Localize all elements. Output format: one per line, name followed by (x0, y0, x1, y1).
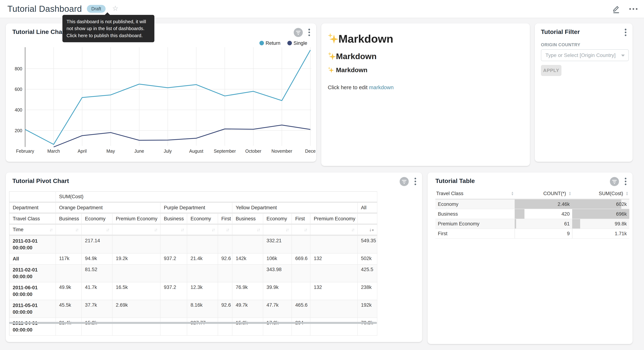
chart-menu-icon[interactable] (414, 177, 417, 186)
pivot-group-label: Orange Department (56, 202, 160, 213)
pivot-cell (218, 264, 232, 282)
svg-text:November: November (272, 148, 292, 154)
pivot-cell (160, 300, 187, 318)
cross-filter-icon[interactable] (610, 177, 619, 186)
sum-cell: 99.8k (572, 219, 629, 229)
filter-menu-icon[interactable] (624, 28, 627, 37)
table-card: Tutorial Table Travel Class▲▼ COUNT(*)▲▼… (428, 172, 632, 344)
filter-card: Tutorial Filter ORIGIN COUNTRY Type or S… (535, 24, 632, 162)
svg-text:600: 600 (15, 87, 22, 92)
edit-dashboard-button[interactable] (612, 4, 620, 14)
horizontal-scrollbar[interactable] (9, 322, 377, 324)
draft-status-badge[interactable]: Draft (87, 5, 106, 13)
pivot-col-sort[interactable]: ↓↑ (56, 224, 82, 235)
sparkles-icon (328, 66, 334, 74)
column-header-count[interactable]: COUNT(*)▲▼ (515, 189, 572, 199)
apply-button[interactable]: APPLY (541, 65, 562, 76)
pivot-col-sort[interactable]: ↓↑ (292, 224, 310, 235)
pivot-sort-row: Time↓↑↓↑↓↑↓↑↓↑↓↑↓↑↓↑↓↑↓↑↓↑↓≡ (9, 224, 377, 235)
pivot-cell: 15.9k (232, 318, 263, 336)
svg-text:May: May (106, 148, 115, 154)
edit-markdown-link[interactable]: markdown (369, 84, 394, 90)
pivot-data-row: 2011-02-01 00:00:0081.52343.98425.5 (9, 264, 377, 282)
pivot-col-sort[interactable]: ↓↑ (218, 224, 232, 235)
pivot-col-sort[interactable]: ↓↑ (187, 224, 218, 235)
pivot-class-label: Premium Economy (310, 213, 357, 224)
pivot-data-row: 2011-05-01 00:00:0045.5k37.7k2.69k8.16k9… (9, 300, 377, 318)
single-series-line (54, 125, 310, 147)
favorite-star-icon[interactable]: ☆ (112, 5, 118, 12)
svg-text:August: August (189, 148, 203, 154)
count-cell: 9 (515, 229, 572, 238)
page-title: Tutorial Dashboard (8, 4, 82, 14)
up-down-carets-icon: ▲▼ (626, 191, 628, 196)
pivot-cell: 217.14 (82, 235, 112, 253)
pivot-cell: 142k (232, 253, 263, 264)
sparkles-icon (328, 52, 336, 61)
sort-icon: ↓↑ (181, 227, 184, 232)
pivot-cell: 92.6 (218, 300, 232, 318)
pivot-cell: 937.2 (160, 282, 187, 300)
pivot-class-label: First (218, 213, 232, 224)
more-actions-button[interactable] (629, 8, 638, 10)
sum-cell: 696k (572, 209, 629, 219)
pivot-row-label: All (9, 253, 56, 264)
pivot-cell: 132 (310, 253, 357, 264)
pivot-col-sort[interactable]: ↓↑ (112, 224, 160, 235)
chart-menu-icon[interactable] (624, 177, 627, 186)
table-title: Tutorial Table (436, 177, 475, 184)
svg-text:Dece: Dece (305, 148, 316, 154)
pivot-cell: 16.5k (112, 282, 160, 300)
pivot-cell: 70.9k (358, 318, 377, 336)
pivot-metric-label: SUM(Cost) (56, 192, 377, 202)
pivot-cell (187, 264, 218, 282)
sort-icon: ↓↑ (226, 227, 229, 232)
pivot-cell (292, 282, 310, 300)
filter-title: Tutorial Filter (541, 28, 580, 35)
pivot-row-label: 2011-03-01 00:00:00 (9, 235, 56, 253)
line-chart-card: Tutorial Line Chart ReturnSingle 2004006… (6, 24, 316, 162)
pivot-col-sort[interactable]: ↓↑ (160, 224, 187, 235)
count-cell: 420 (515, 209, 572, 219)
pivot-cell: 19.2k (112, 253, 160, 264)
travel-class-cell: Economy (436, 199, 515, 209)
svg-text:June: June (134, 148, 144, 154)
pencil-icon (612, 4, 620, 14)
cross-filter-icon[interactable] (400, 177, 409, 186)
pivot-col-sort[interactable]: ↓↑ (263, 224, 292, 235)
markdown-h3: Markdown (328, 66, 523, 74)
pivot-cell: 37.7k (82, 300, 112, 318)
sum-cell: 602k (572, 199, 629, 209)
pivot-cell: 2.69k (112, 300, 160, 318)
pivot-cell: 425.5 (358, 264, 377, 282)
caret-down-icon (621, 54, 625, 56)
column-header-sum-cost[interactable]: SUM(Cost)▲▼ (572, 189, 629, 199)
pivot-cell: 81.52 (82, 264, 112, 282)
pivot-time-sort[interactable]: Time↓↑ (9, 224, 56, 235)
pivot-data-row: All117k94.9k19.2k937.221.4k92.6142k106k6… (9, 253, 377, 264)
markdown-paragraph: Click here to edit markdown (328, 84, 523, 90)
pivot-table: SUM(Cost)DepartmentOrange DepartmentPurp… (9, 191, 378, 336)
select-placeholder: Type or Select [Origin Country] (545, 52, 616, 58)
pivot-col-sort[interactable]: ↓↑ (232, 224, 263, 235)
markdown-h1: Markdown (328, 32, 523, 45)
origin-country-label: ORIGIN COUNTRY (541, 42, 580, 47)
pivot-cell: 927.77 (187, 318, 218, 336)
pivot-col-sort[interactable]: ↓≡ (358, 224, 377, 235)
pivot-col-sort[interactable]: ↓↑ (82, 224, 112, 235)
pivot-table-wrap: SUM(Cost)DepartmentOrange DepartmentPurp… (9, 191, 378, 336)
pivot-cell: 106k (263, 253, 292, 264)
pivot-row-label: 2011-02-01 00:00:00 (9, 264, 56, 282)
travel-class-cell: Premium Economy (436, 219, 515, 229)
svg-text:October: October (245, 148, 262, 154)
svg-text:April: April (78, 148, 87, 154)
column-header-travel-class[interactable]: Travel Class▲▼ (436, 189, 515, 199)
pivot-metric-row: SUM(Cost) (9, 192, 377, 202)
pivot-col-sort[interactable]: ↓↑ (310, 224, 357, 235)
sum-cell: 1.71k (572, 229, 629, 238)
pivot-cell: 39.9k (263, 282, 292, 300)
pivot-cell: 238k (358, 282, 377, 300)
origin-country-select[interactable]: Type or Select [Origin Country] (541, 49, 629, 61)
pivot-cell: 17.3k (263, 318, 292, 336)
markdown-h2: Markdown (328, 52, 523, 61)
